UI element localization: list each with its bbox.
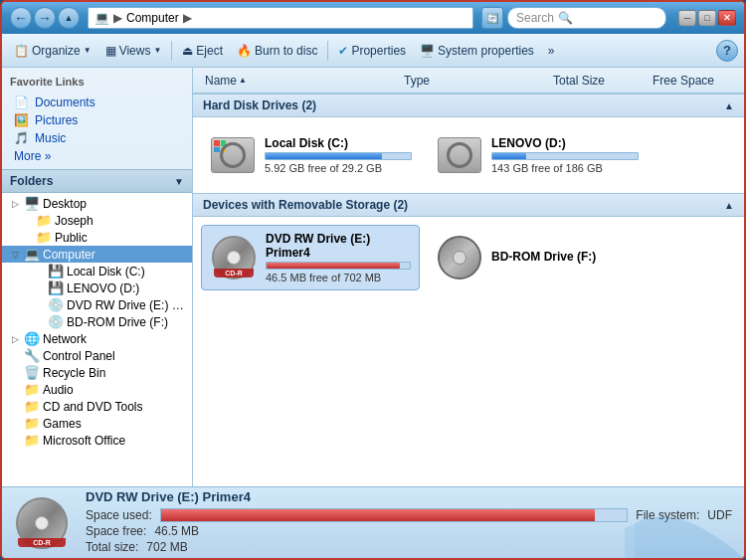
removable-section-header[interactable]: Devices with Removable Storage (2) ▲ [193,193,744,217]
tree-item[interactable]: 💾LENOVO (D:) [2,280,192,296]
tree-item-icon: 💾 [48,280,64,295]
burn-button[interactable]: 🔥 Burn to disc [231,38,323,64]
tree-item[interactable]: 📁Audio [2,381,192,398]
drive-f[interactable]: BD-ROM Drive (F:) [428,225,647,290]
organize-label: Organize [32,44,81,58]
tree-item-label: CD and DVD Tools [43,400,143,414]
status-cd-inner [35,516,49,530]
drive-f-bd-icon [438,236,481,280]
drive-f-info: BD-ROM Drive (F:) [491,250,639,266]
col-size[interactable]: Total Size [549,72,649,90]
more-chevron-icon: » [548,44,555,58]
drive-d-name: LENOVO (D:) [491,136,639,150]
folders-section: Folders ▼ ▷🖥️Desktop📁Joseph📁Public▽💻Comp… [2,169,192,486]
tree-item[interactable]: 📁Microsoft Office [2,432,192,449]
drive-f-name: BD-ROM Drive (F:) [491,250,639,264]
drive-d-detail: 143 GB free of 186 GB [491,162,639,174]
tree-item[interactable]: 🗑️Recycle Bin [2,364,192,381]
hard-drives-grid: Local Disk (C:) 5.92 GB free of 29.2 GB [193,117,744,193]
tree-item[interactable]: ▷🌐Network [2,330,192,347]
organize-button[interactable]: 📋 Organize ▼ [8,38,97,64]
status-bar: CD-R DVD RW Drive (E:) Primer4 Space use… [2,486,744,558]
tree-item[interactable]: 📁Joseph [2,212,192,229]
tree-item-label: LENOVO (D:) [67,281,139,295]
col-free[interactable]: Free Space [649,72,736,90]
maximize-button[interactable]: □ [698,10,716,26]
tree-item-label: Audio [43,383,74,397]
drive-c[interactable]: Local Disk (C:) 5.92 GB free of 29.2 GB [201,125,420,185]
drive-f-icon-wrap [436,234,483,281]
more-favorites-link[interactable]: More » [10,147,184,165]
space-used-bar [160,508,629,522]
tree-item-icon: 💾 [48,264,64,279]
system-properties-button[interactable]: 🖥️ System properties [414,38,540,64]
back-button[interactable]: ← [10,7,32,29]
tree-item-label: Computer [43,248,95,262]
drive-e-detail: 46.5 MB free of 702 MB [266,272,411,283]
status-cd-label: CD-R [18,538,66,547]
space-free-value: 46.5 MB [154,524,199,538]
pictures-icon: 🖼️ [14,113,29,127]
views-chevron: ▼ [153,46,161,55]
minimize-button[interactable]: ─ [678,10,696,26]
removable-drives-grid: CD-R DVD RW Drive (E:) Primer4 46.5 MB f… [193,217,744,298]
tree-item[interactable]: 📁CD and DVD Tools [2,398,192,415]
tree-item[interactable]: 📁Public [2,229,192,246]
tree-item[interactable]: 💿DVD RW Drive (E:) Prir [2,296,192,313]
address-bar[interactable]: 💻 ▶ Computer ▶ [88,7,473,29]
tree-item-icon: 📁 [36,230,52,245]
tree-expand-icon: ▷ [9,199,21,209]
tree-item-icon: 🗑️ [24,365,40,380]
hard-disk-chevron-icon: ▲ [724,100,734,111]
content-area: Hard Disk Drives (2) ▲ [193,93,744,486]
column-headers: Name ▲ Type Total Size Free Space [193,68,744,93]
tree-item[interactable]: 📁Games [2,415,192,432]
tree-item-icon: 🖥️ [24,196,40,211]
search-box[interactable]: Search 🔍 [507,7,666,29]
drive-c-icon-wrap [209,131,257,179]
organize-chevron: ▼ [84,46,92,55]
drive-d-icon-wrap [436,131,483,179]
up-button[interactable]: ▲ [58,7,80,29]
forward-button[interactable]: → [34,7,56,29]
folders-header[interactable]: Folders ▼ [2,169,192,193]
close-button[interactable]: ✕ [718,10,736,26]
search-icon: 🔍 [558,11,573,25]
drive-c-bar [266,153,382,159]
properties-button[interactable]: ✔ Properties [332,38,412,64]
favorite-links-section: Favorite Links 📄 Documents 🖼️ Pictures 🎵… [2,68,192,169]
tree-item[interactable]: 🔧Control Panel [2,347,192,364]
fav-music[interactable]: 🎵 Music [10,129,184,147]
properties-icon: ✔ [338,44,348,58]
tree-item[interactable]: 💿BD-ROM Drive (F:) [2,313,192,330]
views-button[interactable]: ▦ Views ▼ [99,38,168,64]
toolbar-separator-1 [171,41,172,61]
fav-documents[interactable]: 📄 Documents [10,93,184,111]
more-button[interactable]: » [542,38,561,64]
status-bar-drive-icon: CD-R [14,495,70,551]
drive-d-hdd-icon [438,137,481,173]
col-type[interactable]: Type [400,72,549,90]
col-name[interactable]: Name ▲ [201,72,400,90]
documents-icon: 📄 [14,95,29,109]
eject-button[interactable]: ⏏ Eject [176,38,229,64]
tree-item[interactable]: ▷🖥️Desktop [2,195,192,212]
drive-d[interactable]: LENOVO (D:) 143 GB free of 186 GB [428,125,647,185]
space-used-bar-fill [161,509,595,521]
drive-e[interactable]: CD-R DVD RW Drive (E:) Primer4 46.5 MB f… [201,225,420,290]
refresh-button[interactable]: 🔄 [481,7,503,29]
drive-e-icon-wrap: CD-R [210,234,258,281]
tree-item[interactable]: 💾Local Disk (C:) [2,263,192,280]
tree-item-icon: 📁 [36,213,52,228]
help-button[interactable]: ? [716,40,738,62]
fav-pictures-label: Pictures [35,113,78,127]
tree-item[interactable]: ▽💻Computer [2,246,192,263]
folders-chevron-icon: ▼ [174,176,184,187]
tree-item-icon: 🔧 [24,348,40,363]
tree-expand-icon: ▽ [9,250,21,260]
fav-pictures[interactable]: 🖼️ Pictures [10,111,184,129]
cd-label: CD-R [214,269,254,278]
col-type-label: Type [404,74,430,88]
main-content: Favorite Links 📄 Documents 🖼️ Pictures 🎵… [2,68,744,486]
hard-disk-section-header[interactable]: Hard Disk Drives (2) ▲ [193,93,744,117]
